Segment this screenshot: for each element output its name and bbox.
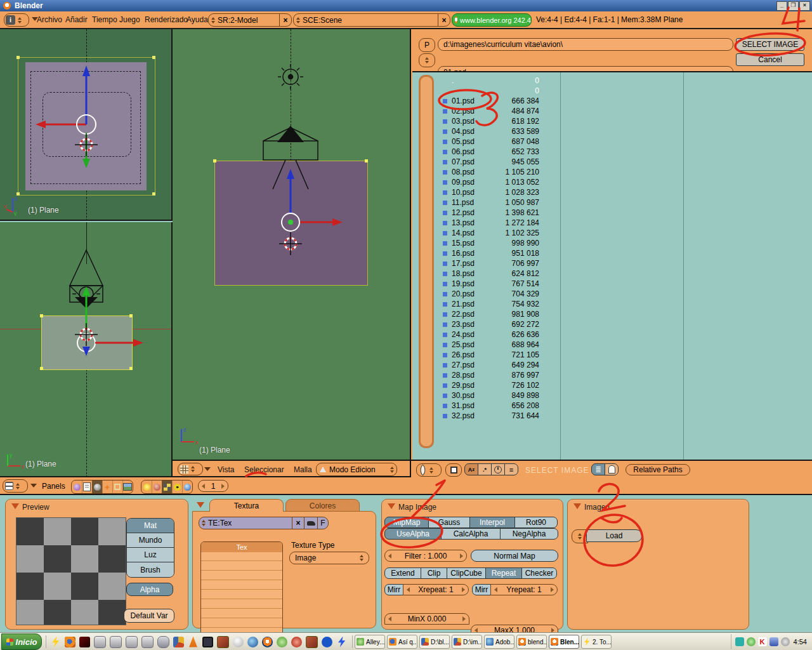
path-input[interactable]: d:\imagenes\curriculum vitae\avion\ — [438, 38, 733, 51]
p-button[interactable]: P — [419, 38, 435, 52]
vlc-icon[interactable] — [188, 637, 199, 647]
relative-paths-button[interactable]: Relative Paths — [625, 464, 690, 475]
file-row[interactable]: 23.psd692 272 — [438, 319, 539, 329]
file-row[interactable]: 13.psd1 272 184 — [438, 218, 539, 228]
mirr-y-button[interactable]: Mirr — [472, 584, 491, 595]
drive-2-icon[interactable] — [110, 636, 122, 648]
ball-white-icon[interactable] — [233, 637, 244, 647]
file-row[interactable]: 22.psd981 908 — [438, 309, 539, 319]
xrepeat-decrement-icon[interactable] — [407, 587, 410, 592]
clipcube-button[interactable]: ClipCube — [447, 567, 486, 579]
sort-time-button[interactable] — [491, 463, 505, 475]
file-row[interactable]: 28.psd876 997 — [438, 370, 539, 380]
load-image-button[interactable]: Load — [586, 529, 642, 542]
mode-dropdown[interactable]: Modo Edicion — [316, 463, 397, 476]
minx-field[interactable]: MinX 0.000 — [384, 613, 469, 625]
context-object-icon[interactable]: + — [102, 481, 113, 493]
yrepeat-decrement-icon[interactable] — [494, 587, 497, 592]
app-colorful-icon[interactable] — [173, 637, 184, 647]
task-folder-im[interactable]: D:\im... — [452, 635, 482, 649]
file-list-scrollbar[interactable] — [419, 75, 434, 448]
autoname-car-icon[interactable] — [304, 517, 317, 529]
buttons-window-type-button[interactable] — [3, 479, 28, 493]
file-row[interactable]: 02.psd484 874 — [438, 106, 539, 116]
default-var-button[interactable]: Default Var — [124, 609, 174, 623]
texture-delete-icon[interactable]: × — [292, 517, 304, 529]
scene-stepper-icon[interactable] — [296, 17, 300, 23]
checker-button[interactable]: Checker — [521, 567, 557, 579]
drive-3-icon[interactable] — [126, 636, 138, 648]
preview-brush-button[interactable]: Brush — [127, 562, 174, 577]
app-blue-icon[interactable] — [247, 637, 258, 647]
hide-dot-files-button[interactable] — [605, 463, 619, 475]
file-row[interactable]: 08.psd1 105 210 — [438, 167, 539, 177]
menu-seleccionar[interactable]: Seleccionar — [244, 465, 284, 474]
bittorrent-icon[interactable] — [322, 637, 332, 647]
sort-size-button[interactable]: ≡ — [504, 463, 518, 475]
panel-collapse-icon[interactable] — [197, 502, 204, 508]
extend-button[interactable]: Extend — [384, 567, 421, 579]
tray-green-icon[interactable] — [747, 637, 756, 646]
yrepeat-field[interactable]: Yrepeat: 1 — [490, 584, 558, 595]
texture-datablock-stepper-icon[interactable] — [202, 520, 206, 526]
task-blender-2[interactable]: Blen... — [549, 635, 579, 649]
select-image-button[interactable]: SELECT IMAGE — [736, 38, 804, 51]
mirr-x-button[interactable]: Mirr — [384, 584, 403, 595]
usealpha-button[interactable]: UseAlpha — [384, 528, 442, 540]
file-row[interactable]: 07.psd945 055 — [438, 157, 539, 167]
panel-collapse-icon[interactable] — [388, 503, 395, 509]
file-row[interactable]: 32.psd731 644 — [438, 411, 539, 421]
texture-datablock[interactable]: TE:Tex × F — [199, 517, 329, 529]
menu-tiempo[interactable]: Tiempo — [92, 15, 117, 24]
viewport-type-button[interactable] — [178, 463, 203, 475]
preview-luz-button[interactable]: Luz — [127, 548, 174, 562]
normal-map-button[interactable]: Normal Map — [471, 550, 558, 562]
interpol-button[interactable]: Interpol — [469, 517, 515, 528]
file-row[interactable]: 25.psd688 964 — [438, 340, 539, 350]
file-row[interactable]: 16.psd951 018 — [438, 248, 539, 258]
gauss-button[interactable]: Gauss — [428, 517, 470, 528]
texture-channel-list[interactable]: Tex — [200, 541, 283, 637]
frame-increment-icon[interactable] — [221, 484, 225, 489]
viewport-camera[interactable]: z x y (1) Plane — [0, 29, 173, 221]
preview-alpha-button[interactable]: Alpha — [126, 583, 173, 596]
buttons-header-collapse-icon[interactable] — [30, 484, 37, 488]
viewport-header-collapse-icon[interactable] — [204, 467, 211, 471]
cancel-button[interactable]: Cancel — [736, 53, 804, 66]
frame-number-field[interactable]: 1 — [198, 480, 228, 492]
file-row[interactable]: 01.psd666 384 — [438, 96, 539, 106]
filter-slider[interactable]: Filter : 1.000 — [384, 550, 467, 562]
drive-1-icon[interactable] — [94, 636, 106, 648]
preview-mat-button[interactable]: Mat — [127, 519, 174, 533]
picture-red2-icon[interactable] — [306, 636, 318, 648]
yrepeat-increment-icon[interactable] — [551, 587, 554, 592]
rot90-button[interactable]: Rot90 — [514, 517, 558, 528]
file-row[interactable]: 30.psd849 898 — [438, 390, 539, 401]
menu-vista[interactable]: Vista — [218, 465, 234, 474]
subcontext-world-icon[interactable] — [182, 481, 192, 493]
menu-renderizado[interactable]: Renderizado — [145, 15, 188, 24]
tray-blue-icon[interactable] — [769, 637, 778, 646]
tab-colores[interactable]: Colores — [285, 499, 360, 512]
file-row[interactable]: 09.psd1 013 052 — [438, 177, 539, 187]
clip-button[interactable]: Clip — [421, 567, 447, 579]
subcontext-material-icon[interactable] — [152, 481, 162, 493]
file-row[interactable]: 19.psd767 514 — [438, 279, 539, 289]
file-row[interactable]: 06.psd652 733 — [438, 147, 539, 157]
file-row[interactable]: 31.psd656 208 — [438, 401, 539, 411]
panel-collapse-icon[interactable] — [573, 503, 581, 509]
repeat-button[interactable]: Repeat — [485, 567, 522, 579]
menu-juego[interactable]: Juego — [119, 15, 140, 24]
file-row[interactable]: 18.psd624 812 — [438, 269, 539, 279]
task-folder-bl[interactable]: D:\bl... — [419, 635, 450, 649]
file-row[interactable]: 17.psd706 997 — [438, 258, 539, 269]
close-button[interactable]: × — [799, 1, 810, 11]
filter-increment-icon[interactable] — [460, 554, 463, 559]
frame-decrement-icon[interactable] — [202, 484, 205, 489]
task-blender-1[interactable]: blend... — [516, 635, 547, 649]
file-row[interactable]: 29.psd726 102 — [438, 380, 539, 390]
scrollbar-thumb[interactable] — [421, 77, 432, 446]
tray-k-icon[interactable]: K — [758, 637, 767, 646]
blender-icon[interactable] — [262, 637, 273, 647]
tray-grey-icon[interactable] — [781, 637, 790, 646]
